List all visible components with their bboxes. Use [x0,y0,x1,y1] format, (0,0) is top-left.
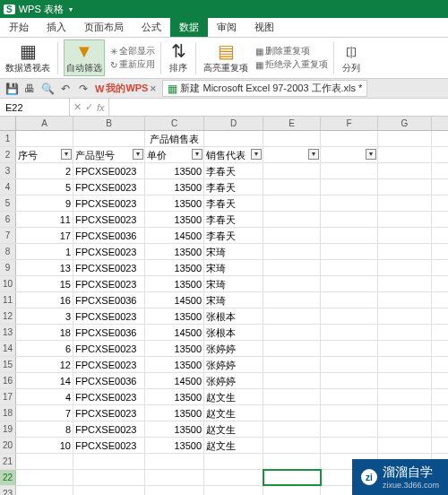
cell[interactable] [263,308,321,324]
split-button[interactable]: ⎅ 分列 [340,40,363,75]
cell[interactable]: 14500 [145,292,204,308]
cell[interactable] [378,179,432,195]
cell[interactable] [263,212,321,227]
cell[interactable] [378,228,432,243]
cell[interactable] [73,131,145,146]
cell[interactable] [378,438,432,453]
row-header[interactable]: 8 [0,244,16,259]
row-header[interactable]: 2 [0,147,16,162]
cell[interactable] [263,438,321,453]
undo-icon[interactable]: ↶ [59,82,72,95]
cell[interactable]: FPCXSE0023 [73,438,145,453]
redo-icon[interactable]: ↷ [77,82,90,95]
cell[interactable] [321,421,378,437]
row-header[interactable]: 17 [0,389,16,404]
name-box[interactable]: E22 [0,99,70,116]
filter-dropdown-icon[interactable]: ▾ [133,149,143,160]
row-header[interactable]: 1 [0,131,16,146]
cell[interactable] [378,147,432,162]
cell[interactable] [321,212,378,227]
cell[interactable] [145,470,204,485]
cell[interactable] [378,195,432,211]
row-header[interactable]: 9 [0,260,16,275]
cell[interactable] [145,454,204,469]
cell[interactable] [378,373,432,388]
menu-tab-3[interactable]: 公式 [133,18,170,37]
cell[interactable] [263,228,321,243]
menu-tab-5[interactable]: 审阅 [208,18,246,37]
cell[interactable]: ▾ [321,147,378,162]
save-icon[interactable]: 💾 [5,82,18,95]
cell[interactable]: 16 [16,292,73,308]
sort-button[interactable]: ⇅ 排序 [167,40,190,75]
cell[interactable]: 10 [16,438,73,453]
cell[interactable] [263,454,321,469]
row-header[interactable]: 20 [0,438,16,453]
cell[interactable]: 5 [16,179,73,195]
col-header[interactable]: G [378,117,432,130]
formula-input[interactable] [109,99,448,116]
menu-tab-6[interactable]: 视图 [246,18,283,37]
cell[interactable]: 宋琦 [204,244,263,259]
table-header[interactable]: 产品型号▾ [73,147,145,162]
filter-dropdown-icon[interactable]: ▾ [61,149,72,160]
preview-icon[interactable]: 🔍 [41,82,54,95]
cell[interactable]: 张婷婷 [204,341,263,356]
cell[interactable]: FPCXSE0023 [73,357,145,372]
cell[interactable] [321,373,378,388]
autofilter-button[interactable]: ▼ 自动筛选 [64,39,105,76]
print-icon[interactable]: 🖶 [23,82,36,95]
cell[interactable]: FPCXSE0023 [73,308,145,324]
cell[interactable]: 赵文生 [204,389,263,404]
cell[interactable]: 13500 [145,260,204,275]
cell[interactable]: 赵文生 [204,421,263,437]
cell[interactable]: 李春天 [204,179,263,195]
cell[interactable] [16,486,73,495]
cell[interactable]: 赵文生 [204,405,263,421]
cell[interactable]: 宋琦 [204,260,263,275]
cell[interactable]: 4 [16,389,73,404]
cell[interactable]: 11 [16,212,73,227]
cell[interactable] [263,389,321,404]
cell[interactable]: FPCXSE0023 [73,260,145,275]
row-header[interactable]: 3 [0,163,16,178]
cell[interactable] [16,470,73,485]
cell[interactable] [263,179,321,195]
row-header[interactable]: 21 [0,454,16,469]
cell[interactable]: FPCXSE0036 [73,373,145,388]
cell[interactable]: FPCXSE0023 [73,276,145,291]
cell[interactable]: 15 [16,276,73,291]
cell[interactable] [378,421,432,437]
cell[interactable]: 13500 [145,421,204,437]
filter-dropdown-icon[interactable]: ▾ [308,149,319,160]
col-header[interactable]: C [145,117,204,130]
table-header[interactable]: 单价▾ [145,147,204,162]
cell[interactable]: 赵文生 [204,438,263,453]
cell[interactable] [16,454,73,469]
cell[interactable] [378,260,432,275]
cell[interactable] [263,244,321,259]
document-tab[interactable]: ▦新建 Microsoft Excel 97-2003 工作表.xls * [162,80,367,97]
table-title[interactable]: 产品销售表 [145,131,204,146]
reject-dup-button[interactable]: ▦拒绝录入重复项 [255,58,328,71]
cell[interactable]: 2 [16,163,73,178]
cell[interactable] [263,357,321,372]
cell[interactable] [321,179,378,195]
cell[interactable]: 张根本 [204,325,263,340]
menu-tab-1[interactable]: 插入 [38,18,75,37]
col-header[interactable]: E [263,117,321,130]
cell[interactable]: 13500 [145,179,204,195]
cell[interactable]: 13500 [145,357,204,372]
row-header[interactable]: 5 [0,195,16,211]
cell[interactable] [145,486,204,495]
cell[interactable]: 13 [16,260,73,275]
cell[interactable]: 12 [16,357,73,372]
cell[interactable] [263,421,321,437]
col-header[interactable]: A [16,117,73,130]
table-header[interactable]: 销售代表▾ [204,147,263,162]
row-header[interactable]: 22 [0,470,16,485]
row-header[interactable]: 12 [0,308,16,324]
cell[interactable]: FPCXSE0023 [73,179,145,195]
cell[interactable]: 13500 [145,341,204,356]
cell[interactable] [263,486,321,495]
